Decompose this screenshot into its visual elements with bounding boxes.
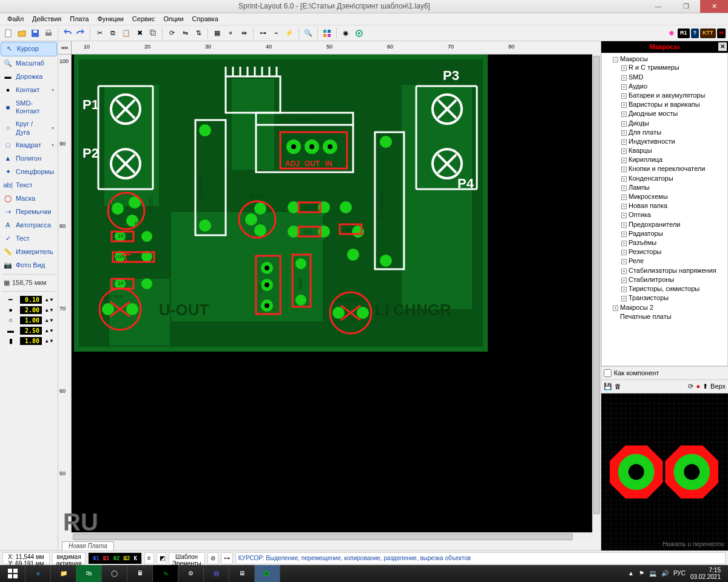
rec-icon[interactable]: ◉ bbox=[667, 28, 676, 38]
tree-item[interactable]: Радиаторы bbox=[629, 230, 663, 237]
tool-mask[interactable]: ◯Маска bbox=[0, 192, 58, 206]
tool-polygon[interactable]: ▲Полигон bbox=[0, 152, 58, 166]
help-badge[interactable]: ? bbox=[691, 28, 699, 38]
copy-icon[interactable]: ⧉ bbox=[107, 27, 119, 39]
tree-item[interactable]: Индуктивности bbox=[629, 138, 675, 145]
zoom-icon[interactable]: 🔍 bbox=[302, 27, 314, 39]
mirror-v-icon[interactable]: ⇅ bbox=[192, 27, 204, 39]
connections-icon[interactable]: ⊶ bbox=[257, 27, 269, 39]
tree-item[interactable]: Аудио bbox=[629, 82, 647, 90]
tree-root[interactable]: Макросы bbox=[620, 55, 648, 62]
undo-icon[interactable] bbox=[61, 27, 73, 39]
tree-item[interactable]: Микросхемы bbox=[629, 193, 668, 200]
param-val[interactable]: 0.10 bbox=[20, 296, 42, 304]
align-icon[interactable]: ▦ bbox=[211, 27, 223, 39]
tree-item[interactable]: Конденсаторы bbox=[629, 175, 673, 182]
tray-lang[interactable]: РУС bbox=[673, 570, 686, 577]
rotate-icon[interactable]: ⟳ bbox=[166, 27, 178, 39]
tool-cursor[interactable]: ↖Курсор bbox=[1, 42, 57, 56]
menu-board[interactable]: Плата bbox=[66, 14, 92, 24]
task-ie-icon[interactable]: ｅ bbox=[25, 565, 51, 582]
task-explorer-icon[interactable]: 📁 bbox=[51, 565, 76, 582]
open-icon[interactable] bbox=[16, 27, 28, 39]
link-icon[interactable]: ⊶ bbox=[221, 552, 233, 564]
board-tab[interactable]: Новая Плата bbox=[62, 541, 114, 550]
spin-icon[interactable]: ▲▼ bbox=[44, 328, 54, 334]
snap-icon[interactable]: ⌖ bbox=[224, 27, 237, 39]
tree-item[interactable]: Стабилизаторы напряжения bbox=[629, 267, 716, 274]
tree-item[interactable]: Печатные платы bbox=[620, 313, 672, 320]
tree-item[interactable]: Стабилитроны bbox=[629, 276, 674, 283]
save-macro-icon[interactable]: 💾 bbox=[604, 383, 612, 390]
mirror-h-icon[interactable]: ⇋ bbox=[179, 27, 191, 39]
tool-measure[interactable]: 📏Измеритель bbox=[0, 246, 58, 259]
tree-item[interactable]: Диоды bbox=[629, 119, 649, 127]
template-label[interactable]: Шаблон bbox=[175, 554, 198, 560]
info-icon[interactable] bbox=[353, 27, 365, 39]
spin-icon[interactable]: ▲▼ bbox=[44, 297, 54, 303]
spin-icon[interactable]: ▲▼ bbox=[44, 338, 54, 344]
tool-zoom[interactable]: 🔍Масштаб bbox=[0, 57, 58, 70]
tree-item[interactable]: R и C триммеры bbox=[629, 64, 679, 71]
tool-autoroute[interactable]: AАвтотрасса bbox=[0, 219, 58, 232]
task-app2-icon[interactable]: ▤ bbox=[204, 565, 229, 582]
param-val[interactable]: 2.50 bbox=[20, 327, 42, 335]
tool-special[interactable]: ✦Спецформы▾ bbox=[0, 166, 58, 179]
tree-item[interactable]: Кварцы bbox=[629, 147, 652, 154]
tree-item[interactable]: Макросы 2 bbox=[620, 304, 653, 311]
tree-item[interactable]: Варисторы и варикапы bbox=[629, 101, 700, 108]
tool-pad[interactable]: ●Контакт▾ bbox=[0, 84, 58, 97]
menu-help[interactable]: Справка bbox=[189, 14, 222, 24]
scrollbar-horizontal[interactable] bbox=[72, 532, 592, 541]
tray-clock[interactable]: 7:15 03.02.2021 bbox=[690, 567, 723, 580]
tool-test[interactable]: ✓Тест bbox=[0, 232, 58, 246]
task-store-icon[interactable]: 🛍 bbox=[76, 565, 102, 582]
tray-vol-icon[interactable]: 🔊 bbox=[661, 570, 669, 577]
tray-up-icon[interactable]: ▲ bbox=[628, 570, 634, 577]
start-button[interactable] bbox=[0, 565, 25, 582]
menu-functions[interactable]: Функции bbox=[93, 14, 127, 24]
param-val[interactable]: 1.00 bbox=[20, 316, 42, 324]
remove-links-icon[interactable]: ⇹ bbox=[238, 27, 250, 39]
template-toggle-icon[interactable]: ◩ bbox=[157, 552, 166, 564]
transparent-icon[interactable]: ◉ bbox=[340, 27, 352, 39]
tree-item[interactable]: SMD bbox=[629, 73, 643, 81]
print-icon[interactable] bbox=[42, 27, 55, 39]
tool-track[interactable]: ▬Дорожка bbox=[0, 70, 58, 84]
tree-item[interactable]: Для платы bbox=[629, 129, 661, 136]
drc-icon[interactable]: ⊘ bbox=[207, 552, 218, 564]
layer-selector[interactable]: Ф1Ш1Ф2Ш2К bbox=[88, 552, 142, 564]
task-sprint-icon[interactable] bbox=[255, 565, 280, 582]
tree-item[interactable]: Разъёмы bbox=[629, 239, 656, 246]
param-val[interactable]: 2.00 bbox=[20, 306, 42, 314]
menu-service[interactable]: Сервис bbox=[129, 14, 159, 24]
tool-circle[interactable]: ○Круг / Дуга▾ bbox=[0, 118, 58, 138]
record-macro-icon[interactable]: ● bbox=[696, 383, 700, 390]
test-icon[interactable]: ⚡ bbox=[283, 27, 295, 39]
side-top-label[interactable]: Верх bbox=[710, 383, 726, 390]
h-badge[interactable]: H bbox=[717, 28, 726, 38]
tool-text[interactable]: ab|Текст bbox=[0, 179, 58, 192]
macro-preview[interactable]: Нажать и перенести bbox=[601, 393, 728, 550]
tree-item[interactable]: Диодные мосты bbox=[629, 110, 678, 117]
tree-item[interactable]: Транзисторы bbox=[629, 294, 669, 301]
menu-options[interactable]: Опции bbox=[160, 14, 187, 24]
tree-item[interactable]: Тиристоры, симисторы bbox=[629, 285, 699, 292]
tree-item[interactable]: Новая папка bbox=[629, 202, 667, 209]
new-icon[interactable] bbox=[2, 27, 15, 39]
as-component-checkbox[interactable] bbox=[604, 369, 612, 377]
spin-icon[interactable]: ▲▼ bbox=[44, 318, 54, 324]
redo-icon[interactable] bbox=[75, 27, 87, 39]
reload-icon[interactable]: ⟳ bbox=[688, 383, 693, 390]
grid-info[interactable]: ▦ 158,75 мкм bbox=[0, 276, 58, 289]
spin-icon[interactable]: ▲▼ bbox=[44, 307, 54, 313]
scrollbar-vertical[interactable] bbox=[592, 55, 601, 532]
paste-icon[interactable]: 📋 bbox=[120, 27, 132, 39]
window-minimize[interactable]: — bbox=[644, 0, 672, 13]
task-calc-icon[interactable]: 🖩 bbox=[127, 565, 153, 582]
tree-item[interactable]: Оптика bbox=[629, 211, 651, 218]
tool-photo[interactable]: 📷Фото Вид bbox=[0, 259, 58, 272]
task-chrome-icon[interactable]: ◯ bbox=[102, 565, 127, 582]
task-scope-icon[interactable]: ∿ bbox=[153, 565, 178, 582]
duplicate-icon[interactable]: ⿻ bbox=[147, 27, 159, 39]
